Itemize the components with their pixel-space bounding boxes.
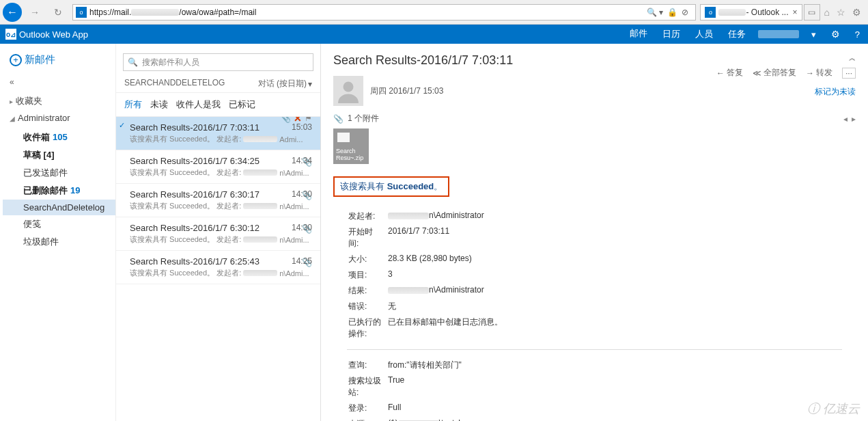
tab-close-button[interactable]: × (793, 8, 798, 17)
details-table-2: 查询:from:"请转相关部门"搜索垃圾站:True登录:Full来源:(1)\… (347, 357, 484, 421)
nav-administrator[interactable]: ◢Administrator (10, 113, 109, 123)
message-item[interactable]: 📎Search Results-2016/1/7 6:30:17该搜索具有 Su… (116, 184, 320, 217)
folder-nav: + 新邮件 « ▸收藏夹 ◢Administrator 收件箱105草稿 [4]… (0, 44, 116, 421)
svg-point-0 (344, 82, 354, 92)
browser-tab[interactable]: o - Outlook ... × (700, 4, 802, 21)
filter-all[interactable]: 所有 (124, 98, 142, 111)
search-dropdown-icon[interactable]: 🔍 ▾ (647, 8, 663, 17)
nav-collapse-button[interactable]: « (10, 77, 109, 87)
avatar (333, 76, 363, 106)
tools-icon[interactable]: ⚙ (852, 7, 861, 18)
detail-key: 已执行的操作: (348, 315, 387, 341)
nav-refresh-button[interactable]: ↻ (48, 2, 68, 23)
nav-forward-button[interactable]: → (25, 2, 45, 23)
detail-row: 来源:(1)\testzhang (348, 417, 482, 421)
filter-unread[interactable]: 未读 (150, 98, 168, 111)
attach-prev-icon[interactable]: ◂ (843, 114, 848, 124)
attach-next-icon[interactable]: ▸ (852, 114, 856, 124)
address-bar[interactable]: o https://mail./owa/owa#path=/mail 🔍 ▾ 🔒… (72, 4, 696, 21)
message-subject: Search Results-2016/1/7 6:34:25 (130, 156, 312, 166)
user-name-redacted (758, 30, 799, 38)
folder-item[interactable]: SearchAndDeletelog (3, 200, 115, 215)
nav-favorites[interactable]: ▸收藏夹 (10, 95, 109, 107)
detail-key: 项目: (348, 268, 387, 282)
more-actions-button[interactable]: ··· (842, 68, 856, 79)
paperclip-icon: 📎 (333, 114, 344, 124)
home-icon[interactable]: ⌂ (824, 7, 830, 18)
detail-row: 开始时间:2016/1/7 7:03:11 (348, 225, 508, 251)
zip-icon (337, 133, 350, 142)
detail-value: 2016/1/7 7:03:11 (388, 225, 508, 251)
detail-key: 查询: (348, 358, 387, 372)
new-tab-button[interactable]: ▭ (804, 4, 820, 21)
main-layout: + 新邮件 « ▸收藏夹 ◢Administrator 收件箱105草稿 [4]… (0, 44, 868, 421)
tab-title: - Outlook ... (746, 8, 788, 17)
message-item[interactable]: ✓📎✕⚑Search Results-2016/1/7 7:03:11该搜索具有… (116, 117, 320, 150)
detail-value: 已在目标邮箱中创建日志消息。 (388, 315, 508, 341)
nav-tasks[interactable]: 任务 (725, 24, 748, 44)
user-menu-chevron[interactable]: ▾ (809, 25, 819, 44)
message-preview: 该搜索具有 Succeeded。 发起者:n\Admi... (130, 234, 312, 245)
nav-calendar[interactable]: 日历 (660, 24, 683, 44)
attachment-tile[interactable]: Search Resu~.zip (333, 128, 369, 164)
message-list-pane: 🔍 搜索邮件和人员 SEARCHANDDELETELOG 对话 (按日期) ▾ … (116, 44, 321, 421)
mark-unread-link[interactable]: 标记为未读 (815, 86, 856, 98)
attachment-filename: Search Resu~.zip (336, 148, 366, 161)
message-items: ✓📎✕⚑Search Results-2016/1/7 7:03:11该搜索具有… (116, 117, 320, 421)
message-item[interactable]: 📎Search Results-2016/1/7 6:30:12该搜索具有 Su… (116, 217, 320, 251)
attachment-header: 📎 1 个附件 ◂ ▸ (333, 113, 856, 124)
reading-pane: Search Results-2016/1/7 7:03:11 ︽ ← 答复 ≪… (321, 44, 868, 421)
detail-value: True (388, 374, 482, 400)
detail-row: 错误:无 (348, 299, 508, 314)
message-preview: 该搜索具有 Succeeded。 发起者:Admi... (130, 134, 312, 144)
folder-item[interactable]: 已发送邮件 (10, 164, 109, 182)
message-actions: ︽ (849, 53, 856, 63)
message-preview: 该搜索具有 Succeeded。 发起者:n\Admi... (130, 201, 312, 211)
message-time: 14:25 (292, 256, 312, 266)
expand-up-icon[interactable]: ︽ (849, 53, 856, 63)
folder-item[interactable]: 草稿 [4] (10, 146, 109, 164)
detail-separator (347, 349, 842, 350)
favorites-icon[interactable]: ☆ (837, 7, 845, 18)
nav-mail[interactable]: 邮件 (627, 23, 650, 46)
detail-key: 错误: (348, 299, 387, 314)
message-item[interactable]: 📎Search Results-2016/1/7 6:34:25该搜索具有 Su… (116, 150, 320, 184)
tab-strip: o - Outlook ... × ▭ (700, 4, 820, 21)
detail-key: 登录: (348, 401, 387, 416)
folder-item[interactable]: 已删除邮件19 (10, 182, 109, 200)
filter-tabs: 所有 未读 收件人是我 已标记 (116, 93, 320, 117)
lock-icon: 🔒 (667, 8, 677, 17)
help-icon[interactable]: ? (852, 25, 863, 44)
sort-dropdown[interactable]: 对话 (按日期) ▾ (258, 78, 312, 90)
reply-all-button[interactable]: ≪ 全部答复 (753, 67, 796, 79)
message-item[interactable]: 📎Search Results-2016/1/7 6:25:43该搜索具有 Su… (116, 251, 320, 284)
detail-row: 登录:Full (348, 401, 482, 416)
tab-icon: o (705, 7, 716, 18)
settings-gear-icon[interactable]: ⚙ (828, 25, 843, 44)
folder-item[interactable]: 垃圾邮件 (10, 233, 109, 251)
reply-button[interactable]: ← 答复 (716, 67, 743, 79)
nav-people[interactable]: 人员 (692, 24, 716, 44)
stop-icon[interactable]: ⊘ (682, 8, 688, 17)
forward-button[interactable]: → 转发 (806, 67, 832, 79)
detail-row: 结果:n\Administrator (348, 284, 508, 298)
filter-tome[interactable]: 收件人是我 (176, 98, 221, 111)
nav-back-button[interactable]: ← (3, 3, 22, 22)
message-subject: Search Results-2016/1/7 6:30:17 (130, 189, 312, 200)
app-name: Outlook Web App (19, 29, 88, 40)
message-time: 14:30 (292, 223, 312, 232)
message-preview: 该搜索具有 Succeeded。 发起者:n\Admi... (130, 268, 312, 278)
detail-row: 查询:from:"请转相关部门" (348, 358, 482, 372)
sender-info: 周四 2016/1/7 15:03 (370, 85, 443, 97)
folder-item[interactable]: 便笺 (10, 215, 109, 233)
list-header: SEARCHANDDELETELOG 对话 (按日期) ▾ (116, 75, 320, 93)
detail-row: 搜索垃圾站:True (348, 374, 482, 400)
url-text: https://mail./owa/owa#path=/mail (89, 8, 643, 17)
search-input[interactable]: 🔍 搜索邮件和人员 (123, 53, 313, 71)
message-time: 15:03 (292, 122, 312, 132)
message-preview: 该搜索具有 Succeeded。 发起者:n\Admi... (130, 167, 312, 178)
folder-item[interactable]: 收件箱105 (10, 128, 109, 146)
detail-value: Full (388, 401, 482, 416)
new-mail-button[interactable]: + 新邮件 (10, 53, 109, 66)
filter-flagged[interactable]: 已标记 (229, 98, 255, 111)
